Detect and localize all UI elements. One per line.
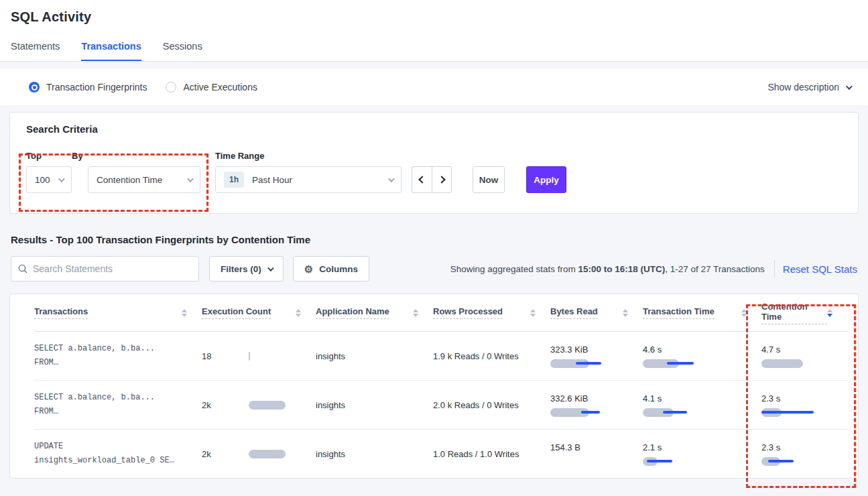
bytes-read-cell-marker xyxy=(576,362,601,365)
by-value: Contention Time xyxy=(97,175,162,185)
transactions-table: TransactionsExecution CountApplication N… xyxy=(9,294,859,479)
show-description-label: Show description xyxy=(767,82,839,92)
tab-sessions[interactable]: Sessions xyxy=(163,41,202,61)
time-range-select[interactable]: 1h Past Hour xyxy=(215,166,401,193)
results-toolbar: Filters (0) ⚙ Columns Showing aggregated… xyxy=(11,256,857,282)
bytes-read-cell-marker xyxy=(581,411,600,414)
show-description-toggle[interactable]: Show description xyxy=(767,82,851,92)
radio-transaction-fingerprints[interactable]: Transaction Fingerprints xyxy=(29,82,147,92)
time-nav-group xyxy=(412,166,452,193)
column-header-label: Rows Processed xyxy=(433,306,503,319)
sort-arrows-icon xyxy=(623,309,628,317)
time-range-field: Time Range 1h Past Hour xyxy=(200,151,401,193)
rows-processed-cell: 2.0 k Reads / 0 Writes xyxy=(433,400,550,410)
column-header-contention-time[interactable]: Contention Time xyxy=(761,302,847,324)
search-statements-box xyxy=(11,256,199,282)
contention-time-cell: 4.7 s xyxy=(761,345,847,368)
radio-label: Active Executions xyxy=(183,82,257,92)
sort-arrows-icon xyxy=(530,309,536,317)
transaction-time-cell-marker xyxy=(647,460,672,462)
execution-count-bar xyxy=(249,450,286,458)
table-header-row: TransactionsExecution CountApplication N… xyxy=(34,294,847,332)
table-row: UPDATEinsights_workload_table_0 SE…2kins… xyxy=(34,430,847,479)
tab-statements[interactable]: Statements xyxy=(11,41,60,61)
bytes-read-cell: 154.3 B xyxy=(550,442,643,466)
bytes-read-cell-value: 332.6 KiB xyxy=(550,393,643,404)
column-header-application-name[interactable]: Application Name xyxy=(316,306,433,319)
time-range-label: Time Range xyxy=(215,151,401,161)
column-header-label: Execution Count xyxy=(202,306,271,319)
sort-arrows-icon xyxy=(296,309,301,317)
execution-count-cell: 2k xyxy=(202,400,316,410)
rows-processed-cell: 1.0 Reads / 1.0 Writes xyxy=(433,449,550,459)
time-prev-button[interactable] xyxy=(412,166,432,193)
application-name-cell: insights xyxy=(316,449,433,459)
transaction-time-cell-marker xyxy=(667,362,694,365)
tab-transactions[interactable]: Transactions xyxy=(81,41,141,61)
aggregated-stats-text: Showing aggregated stats from 15:00 to 1… xyxy=(450,264,765,274)
view-options-bar: Transaction FingerprintsActive Execution… xyxy=(0,69,868,105)
search-statements-input[interactable] xyxy=(33,263,192,274)
column-header-transaction-time[interactable]: Transaction Time xyxy=(643,306,761,319)
radio-group: Transaction FingerprintsActive Execution… xyxy=(29,82,257,92)
sort-arrows-icon xyxy=(413,309,418,317)
now-button[interactable]: Now xyxy=(473,166,505,193)
execution-count-bar xyxy=(249,352,250,361)
contention-time-cell-value: 2.3 s xyxy=(761,393,847,404)
chevron-right-icon xyxy=(438,176,445,183)
top-field: Top 100 xyxy=(26,151,72,193)
top-label: Top xyxy=(26,151,72,161)
time-next-button[interactable] xyxy=(432,166,452,193)
column-header-transactions[interactable]: Transactions xyxy=(34,306,202,319)
time-range-badge: 1h xyxy=(224,172,244,188)
table-row: SELECT a.balance, b.ba...FROM…18insights… xyxy=(34,332,847,381)
transaction-time-cell: 4.6 s xyxy=(643,345,761,368)
filters-button[interactable]: Filters (0) xyxy=(209,256,284,282)
rows-processed-cell: 1.9 k Reads / 0 Writes xyxy=(433,351,550,361)
radio-active-executions[interactable]: Active Executions xyxy=(166,82,257,92)
search-criteria-heading: Search Criteria xyxy=(26,123,842,135)
transaction-time-cell-value: 4.1 s xyxy=(643,393,761,404)
chevron-down-icon xyxy=(388,176,395,182)
application-name-cell: insights xyxy=(316,400,433,410)
chevron-down-icon xyxy=(58,176,65,182)
top-select[interactable]: 100 xyxy=(26,166,72,193)
contention-time-cell-marker xyxy=(768,460,794,462)
sort-arrows-icon xyxy=(741,309,747,317)
sort-arrows-icon xyxy=(182,309,187,317)
columns-label: Columns xyxy=(319,264,358,274)
tab-bar: StatementsTransactionsSessions xyxy=(11,41,857,61)
radio-selected-icon xyxy=(29,82,40,92)
by-select[interactable]: Contention Time xyxy=(88,166,200,193)
page-header: SQL Activity StatementsTransactionsSessi… xyxy=(0,0,868,62)
table-row: SELECT a.balance, b.ba...FROM…2kinsights… xyxy=(34,381,847,430)
search-icon xyxy=(18,264,27,273)
transaction-fingerprint-link[interactable]: SELECT a.balance, b.ba...FROM… xyxy=(34,342,202,370)
divider xyxy=(774,260,775,277)
column-header-label: Application Name xyxy=(316,306,389,319)
columns-button[interactable]: ⚙ Columns xyxy=(293,256,369,282)
by-label: By xyxy=(72,151,200,161)
time-range-value: Past Hour xyxy=(252,175,292,185)
radio-unselected-icon xyxy=(166,82,176,92)
column-header-label: Contention Time xyxy=(761,302,827,324)
bytes-read-cell: 332.6 KiB xyxy=(550,393,643,417)
transaction-time-cell-marker xyxy=(663,411,687,414)
stats-time-range: 15:00 to 16:18 (UTC) xyxy=(578,264,665,274)
column-header-execution-count[interactable]: Execution Count xyxy=(202,306,316,319)
application-name-cell: insights xyxy=(316,351,433,361)
transaction-time-cell-value: 4.6 s xyxy=(643,345,761,355)
bytes-read-cell-value: 154.3 B xyxy=(550,442,643,452)
column-header-bytes-read[interactable]: Bytes Read xyxy=(550,306,643,319)
transaction-time-cell: 4.1 s xyxy=(643,393,761,417)
apply-button[interactable]: Apply xyxy=(526,166,566,193)
radio-label: Transaction Fingerprints xyxy=(46,82,147,92)
results-heading: Results - Top 100 Transaction Fingerprin… xyxy=(11,234,857,245)
reset-sql-stats-link[interactable]: Reset SQL Stats xyxy=(783,263,857,275)
by-field: By Contention Time xyxy=(72,151,200,193)
transaction-fingerprint-link[interactable]: SELECT a.balance, b.ba...FROM… xyxy=(34,391,202,419)
transaction-time-cell-value: 2.1 s xyxy=(643,442,761,452)
execution-count-cell: 18 xyxy=(202,351,316,361)
column-header-rows-processed[interactable]: Rows Processed xyxy=(433,306,550,319)
transaction-fingerprint-link[interactable]: UPDATEinsights_workload_table_0 SE… xyxy=(34,440,202,468)
